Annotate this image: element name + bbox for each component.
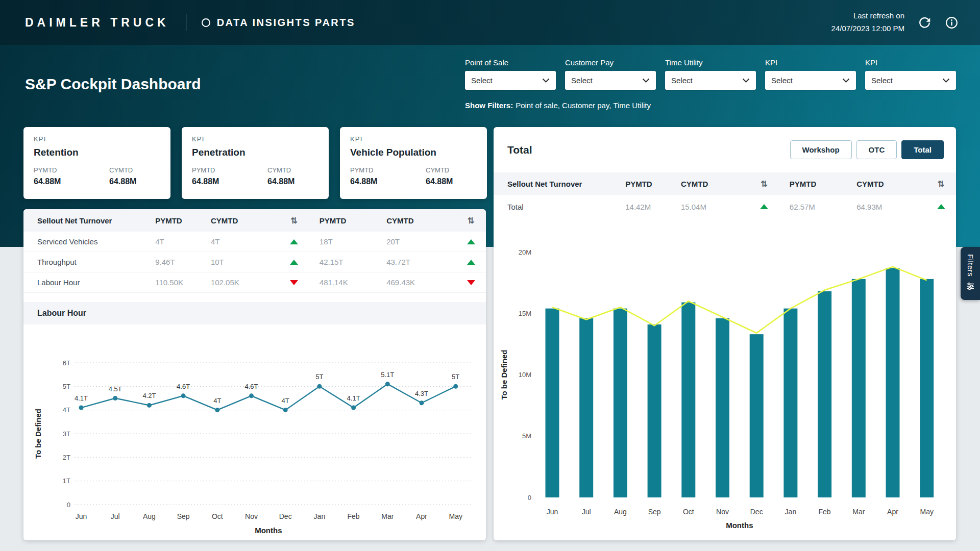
svg-text:15M: 15M — [519, 310, 531, 317]
filter-select-kpi[interactable]: Select — [765, 71, 856, 90]
sort-icon[interactable]: ⇅ — [468, 216, 474, 226]
kpi-card-title: Vehicle Population — [350, 147, 477, 158]
svg-text:4T: 4T — [63, 406, 70, 414]
app-logo-icon — [202, 18, 210, 27]
svg-text:Oct: Oct — [683, 508, 694, 516]
svg-text:Jan: Jan — [785, 508, 797, 516]
value-cymtd: 15.04M — [681, 203, 739, 211]
column-header-pymtd: PYMTD — [155, 216, 211, 225]
row-label: Total — [494, 203, 625, 211]
brand-logo: DAIMLER TRUCK — [25, 16, 169, 30]
trend-cell — [268, 280, 320, 285]
svg-text:Aug: Aug — [614, 508, 627, 516]
filter-group-time-utility-2: Time UtilitySelect — [665, 58, 756, 90]
svg-text:5T: 5T — [452, 373, 459, 381]
svg-text:May: May — [449, 512, 462, 520]
table-row-serviced-vehicles: Serviced Vehicles4T4T18T20T — [23, 232, 486, 252]
kpi-pymtd-value: 64.88M — [34, 177, 109, 186]
row-label: Serviced Vehicles — [23, 237, 155, 246]
filters-side-tab-label: Filters — [966, 254, 975, 277]
trend-up-icon — [467, 260, 475, 265]
svg-text:Nov: Nov — [245, 512, 258, 520]
kpi-pymtd-label: PYMTD — [192, 166, 267, 174]
svg-text:4T: 4T — [213, 397, 221, 405]
filter-select-value: Select — [571, 76, 593, 85]
value-pymtd: 62.57M — [790, 203, 856, 211]
toggle-button-total[interactable]: Total — [901, 140, 944, 159]
kpi-cymtd-value: 64.88M — [267, 177, 318, 186]
total-panel-title: Total — [507, 144, 532, 156]
kpi-pymtd-label: PYMTD — [34, 166, 109, 174]
trend-cell — [739, 204, 790, 209]
kpi-card-retention: KPIRetentionPYMTD64.88MCYMTD64.88M — [23, 127, 170, 199]
toggle-button-workshop[interactable]: Workshop — [790, 140, 852, 159]
right-panel: Total WorkshopOTCTotal Sellout Net Turno… — [494, 127, 956, 540]
total-bar-chart: 05M10M15M20MTo be DefinedJunJulAugSepOct… — [494, 218, 956, 539]
kpi-cymtd-label: CYMTD — [267, 166, 318, 174]
labour-hour-section-title: Labour Hour — [23, 302, 486, 324]
filter-select-point-of-sale[interactable]: Select — [465, 71, 556, 90]
filter-select-time-utility[interactable]: Select — [665, 71, 756, 90]
view-toggle-buttons: WorkshopOTCTotal — [790, 140, 944, 159]
chevron-down-icon — [642, 78, 650, 83]
svg-text:Aug: Aug — [143, 512, 156, 520]
kpi-pymtd: PYMTD64.88M — [192, 166, 267, 186]
sort-cell: ⇅ — [456, 216, 486, 226]
svg-text:Jun: Jun — [547, 508, 558, 516]
info-icon[interactable] — [945, 16, 959, 30]
column-header-pymtd: PYMTD — [625, 180, 681, 188]
app-name: DATA INSIGHTS PARTS — [217, 17, 355, 29]
svg-text:0: 0 — [528, 494, 531, 502]
svg-text:4.5T: 4.5T — [109, 385, 122, 393]
svg-text:2T: 2T — [63, 454, 70, 461]
filter-select-kpi[interactable]: Select — [865, 71, 956, 90]
header-right: Last refresh on 24/07/2023 12:00 PM — [831, 10, 959, 35]
value-pymtd: 481.14K — [320, 278, 386, 287]
value-pymtd: 110.50K — [155, 278, 211, 287]
svg-text:1T: 1T — [63, 477, 70, 485]
sort-cell: ⇅ — [739, 179, 790, 189]
sort-icon[interactable]: ⇅ — [761, 179, 767, 189]
filter-label: Time Utility — [665, 58, 756, 67]
svg-text:Feb: Feb — [348, 512, 360, 520]
trend-cell — [926, 204, 956, 209]
table-row-labour-hour: Labour Hour110.50K102.05K481.14K469.43K — [23, 272, 486, 293]
trend-up-icon — [290, 260, 298, 265]
table-row-total: Total14.42M15.04M62.57M64.93M — [494, 195, 956, 218]
svg-text:Months: Months — [726, 521, 753, 530]
filter-select-value: Select — [471, 76, 493, 85]
left-panel: Sellout Net TurnoverPYMTDCYMTD⇅PYMTDCYMT… — [23, 209, 486, 540]
svg-text:Feb: Feb — [819, 508, 831, 516]
sort-cell: ⇅ — [268, 216, 320, 226]
svg-text:4.2T: 4.2T — [142, 392, 156, 399]
value-cymtd: 469.43K — [386, 278, 456, 287]
svg-text:4T: 4T — [282, 397, 289, 405]
value-cymtd: 4T — [211, 237, 268, 246]
filter-select-customer-pay[interactable]: Select — [565, 71, 656, 90]
sort-icon[interactable]: ⇅ — [290, 216, 297, 226]
svg-text:Jul: Jul — [111, 512, 120, 520]
toggle-button-otc[interactable]: OTC — [856, 140, 897, 159]
svg-text:4.6T: 4.6T — [177, 383, 190, 390]
kpi-tag: KPI — [34, 135, 160, 143]
chevron-down-icon — [542, 78, 550, 83]
filter-select-value: Select — [871, 76, 893, 85]
value-cymtd: 64.93M — [856, 203, 926, 211]
kpi-cymtd: CYMTD64.88M — [267, 166, 318, 186]
filters-side-tab[interactable]: Filters — [961, 247, 980, 300]
svg-text:May: May — [920, 508, 933, 516]
refresh-icon[interactable] — [918, 16, 932, 30]
kpi-pymtd-value: 64.88M — [350, 177, 426, 186]
value-pymtd: 14.42M — [625, 203, 681, 211]
svg-text:4.3T: 4.3T — [415, 390, 428, 397]
sort-icon[interactable]: ⇅ — [938, 179, 944, 189]
app-header: DAIMLER TRUCK DATA INSIGHTS PARTS Last r… — [0, 0, 980, 45]
total-table: Sellout Net TurnoverPYMTDCYMTD⇅PYMTDCYMT… — [494, 172, 956, 218]
svg-text:To be Defined: To be Defined — [500, 349, 508, 399]
trend-up-icon — [937, 204, 945, 209]
filter-group-kpi-3: KPISelect — [765, 58, 856, 90]
kpi-card-vehicle-population: KPIVehicle PopulationPYMTD64.88MCYMTD64.… — [340, 127, 487, 199]
column-header-cymtd: CYMTD — [856, 180, 926, 188]
trend-down-icon — [467, 280, 475, 285]
trend-cell — [456, 280, 486, 285]
